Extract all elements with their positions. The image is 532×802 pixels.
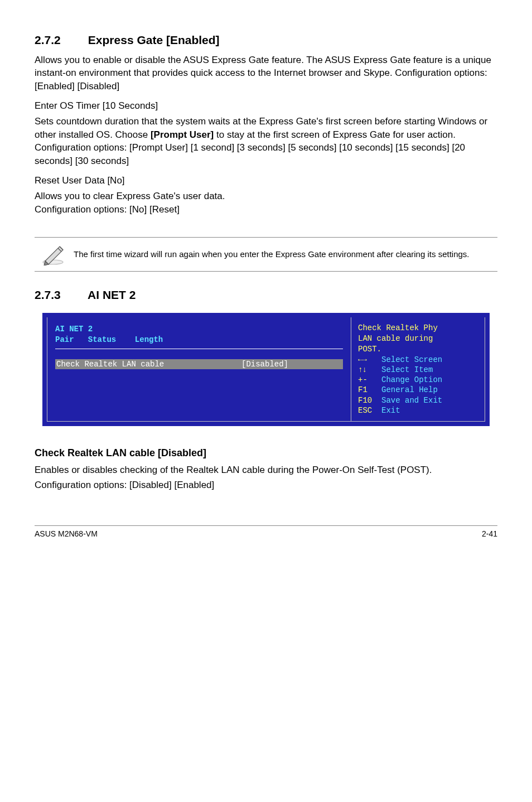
bios-header-line2: Pair Status Length — [55, 335, 343, 345]
text-run: Configuration options: [No] [Reset] — [35, 204, 180, 215]
strong-text: [Prompt User] — [151, 129, 214, 140]
sub-heading: Enter OS Timer [10 Seconds] — [35, 100, 497, 112]
bios-screenshot: AI NET 2 Pair Status Length Check Realte… — [42, 313, 490, 426]
bios-key: F1 — [358, 385, 381, 395]
bios-key-desc: Exit — [381, 406, 400, 415]
paragraph: Allows you to enable or disable the ASUS… — [35, 54, 497, 93]
section-heading-273: 2.7.3 AI NET 2 — [35, 288, 497, 302]
paragraph: Enables or disables checking of the Real… — [35, 463, 497, 476]
section-title: Express Gate [Enabled] — [88, 33, 220, 46]
page-footer: ASUS M2N68-VM 2-41 — [35, 529, 497, 538]
sub-section-heading: Check Realtek LAN cable [Disabled] — [35, 447, 497, 459]
bios-key-desc: Select Screen — [381, 355, 442, 364]
text-run: Configuration options: [Prompt User] [1 … — [35, 142, 465, 166]
bios-right-pane: Check Realtek Phy LAN cable during POST.… — [351, 317, 485, 421]
bios-key-desc: General Help — [381, 385, 438, 394]
bios-key: ESC — [358, 405, 381, 416]
note-pencil-icon — [35, 243, 74, 265]
bios-header-line1: AI NET 2 — [55, 324, 343, 335]
bios-item-value: [Disabled] — [241, 360, 342, 369]
bios-item-label: Check Realtek LAN cable — [56, 360, 241, 369]
section-title: AI NET 2 — [88, 288, 136, 301]
footer-right: 2-41 — [482, 529, 497, 538]
bios-menu-item: Check Realtek LAN cable [Disabled] — [55, 359, 343, 369]
sub-heading: Reset User Data [No] — [35, 175, 497, 186]
paragraph: Sets countdown duration that the system … — [35, 115, 497, 167]
paragraph: Configuration options: [Disabled] [Enabl… — [35, 479, 497, 491]
bios-left-pane: AI NET 2 Pair Status Length Check Realte… — [47, 317, 351, 421]
section-heading-272: 2.7.2 Express Gate [Enabled] — [35, 33, 497, 47]
footer-left: ASUS M2N68-VM — [35, 529, 98, 538]
note-text: The first time wizard will run again whe… — [74, 249, 497, 260]
paragraph: Allows you to clear Express Gate's user … — [35, 190, 497, 216]
bios-key-desc: Save and Exit — [381, 396, 442, 405]
bios-help-text: Check Realtek Phy LAN cable during POST. — [358, 323, 478, 355]
bios-key-desc: Select Item — [381, 365, 433, 374]
text-run: Allows you to clear Express Gate's user … — [35, 191, 225, 201]
section-number: 2.7.2 — [35, 33, 85, 47]
section-number: 2.7.3 — [35, 288, 85, 302]
bios-key: F10 — [358, 395, 381, 405]
bios-key-legend: ←→Select Screen↑↓Select Item+-Change Opt… — [358, 355, 478, 416]
bios-key-desc: Change Option — [381, 375, 442, 384]
note-callout: The first time wizard will run again whe… — [35, 237, 497, 272]
footer-rule — [35, 525, 497, 526]
bios-key: +- — [358, 375, 381, 385]
text-run: to stay at the first screen of Express G… — [214, 129, 456, 140]
bios-key: ←→ — [358, 355, 381, 365]
bios-key: ↑↓ — [358, 365, 381, 375]
bios-separator — [55, 349, 343, 349]
